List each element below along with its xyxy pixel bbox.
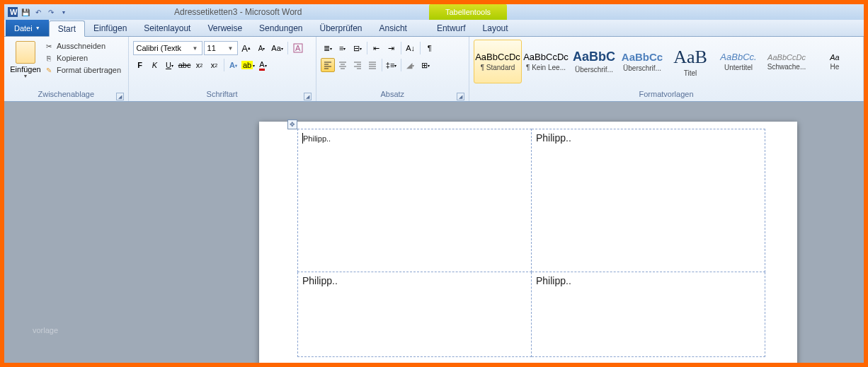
sort-button[interactable]: A↓ — [404, 41, 418, 55]
align-left-button[interactable] — [321, 58, 335, 72]
highlight-button[interactable]: ab▾ — [241, 58, 256, 72]
group-clipboard: Einfügen ▼ ✂Ausschneiden ⎘Kopieren ✎Form… — [4, 37, 129, 101]
tab-seitenlayout[interactable]: Seitenlayout — [135, 20, 199, 36]
brush-icon: ✎ — [44, 65, 54, 75]
tab-ueberpruefen[interactable]: Überprüfen — [312, 20, 371, 36]
change-case-button[interactable]: Aa▾ — [270, 41, 285, 55]
format-painter-button[interactable]: ✎Format übertragen — [44, 65, 121, 75]
title-bar: W 💾 ↶ ↷ ▼ Adressetiketten3 - Microsoft W… — [4, 4, 864, 20]
increase-indent-button[interactable]: ⇥ — [384, 41, 399, 55]
chevron-down-icon: ▼ — [35, 25, 40, 30]
qat-dropdown-icon[interactable]: ▼ — [58, 6, 69, 18]
ribbon-tabs: Datei▼ Start Einfügen Seitenlayout Verwe… — [4, 20, 864, 37]
scissors-icon: ✂ — [44, 41, 54, 51]
save-icon[interactable]: 💾 — [20, 6, 31, 18]
clear-formatting-button[interactable]: A — [291, 41, 305, 55]
watermark-text: vorlage — [33, 326, 58, 334]
line-spacing-button[interactable]: ‡≡▾ — [384, 58, 399, 72]
group-label: Zwischenablage — [38, 90, 95, 98]
undo-icon[interactable]: ↶ — [33, 6, 44, 18]
bullets-button[interactable]: ≣▾ — [321, 41, 335, 55]
svg-text:A: A — [295, 44, 301, 52]
dialog-launcher-icon[interactable]: ◢ — [304, 93, 312, 100]
font-size-combo[interactable]: 11▼ — [204, 41, 238, 55]
show-marks-button[interactable]: ¶ — [423, 41, 437, 55]
style-item[interactable]: AaBbCÜberschrif... — [570, 40, 618, 83]
group-paragraph: ≣▾ ≡▾ ⊟▾ ⇤ ⇥ A↓ ¶ ‡≡▾ — [316, 37, 469, 101]
underline-button[interactable]: U▾ — [163, 58, 177, 72]
borders-button[interactable]: ⊞▾ — [418, 58, 433, 72]
table-cell[interactable]: Philipp.. — [298, 272, 532, 357]
superscript-button[interactable]: x2 — [207, 58, 222, 72]
multilevel-button[interactable]: ⊟▾ — [350, 41, 365, 55]
group-label: Absatz — [380, 90, 404, 98]
style-item[interactable]: AaHe — [811, 40, 859, 83]
tab-layout[interactable]: Layout — [474, 20, 517, 36]
window-title: Adressetiketten3 - Microsoft Word — [174, 7, 302, 17]
app-window: W 💾 ↶ ↷ ▼ Adressetiketten3 - Microsoft W… — [4, 4, 864, 363]
table-move-handle[interactable] — [287, 120, 297, 129]
page: Philipp.. Philipp.. Philipp.. Philipp.. — [259, 122, 797, 363]
decrease-indent-button[interactable]: ⇤ — [370, 41, 384, 55]
shrink-font-button[interactable]: A▾ — [255, 41, 269, 55]
file-tab[interactable]: Datei▼ — [6, 20, 49, 36]
svg-text:W: W — [10, 8, 18, 16]
style-item[interactable]: AaBTitel — [666, 40, 714, 83]
document-area[interactable]: vorlage Philipp.. Philipp.. Philipp.. Ph… — [4, 102, 864, 363]
shading-button[interactable]: ◢▾ — [404, 58, 418, 72]
italic-button[interactable]: K — [148, 58, 162, 72]
grow-font-button[interactable]: A▴ — [239, 41, 253, 55]
strikethrough-button[interactable]: abc — [178, 58, 192, 72]
tab-einfuegen[interactable]: Einfügen — [85, 20, 135, 36]
contextual-tab-title: Tabellentools — [429, 4, 507, 20]
numbering-button[interactable]: ≡▾ — [336, 41, 350, 55]
font-color-button[interactable]: A▾ — [256, 58, 270, 72]
align-right-button[interactable] — [350, 58, 365, 72]
text-effects-button[interactable]: A▾ — [227, 58, 241, 72]
paste-icon — [16, 41, 35, 64]
table-cell[interactable]: Philipp.. — [532, 129, 765, 272]
style-item[interactable]: AaBbCcDc¶ Standard — [474, 40, 522, 83]
dialog-launcher-icon[interactable]: ◢ — [457, 93, 464, 100]
chevron-down-icon: ▼ — [227, 45, 234, 52]
chevron-down-icon: ▼ — [23, 74, 28, 78]
tab-sendungen[interactable]: Sendungen — [251, 20, 311, 36]
tab-start[interactable]: Start — [49, 21, 85, 37]
bold-button[interactable]: F — [133, 58, 147, 72]
group-label: Schriftart — [207, 90, 238, 98]
copy-icon: ⎘ — [44, 53, 54, 63]
tab-ansicht[interactable]: Ansicht — [371, 20, 416, 36]
ribbon: Einfügen ▼ ✂Ausschneiden ⎘Kopieren ✎Form… — [4, 37, 864, 102]
copy-button[interactable]: ⎘Kopieren — [44, 53, 121, 63]
style-item[interactable]: AaBbCcÜberschrif... — [618, 40, 666, 83]
chevron-down-icon: ▼ — [192, 45, 199, 52]
justify-button[interactable] — [365, 58, 379, 72]
dialog-launcher-icon[interactable]: ◢ — [116, 93, 124, 100]
tab-verweise[interactable]: Verweise — [199, 20, 251, 36]
styles-gallery: AaBbCcDc¶ StandardAaBbCcDc¶ Kein Lee...A… — [474, 38, 859, 83]
font-name-combo[interactable]: Calibri (Textk▼ — [133, 41, 202, 55]
word-icon: W — [7, 6, 18, 18]
style-item[interactable]: AaBbCcDcSchwache... — [763, 40, 811, 83]
align-center-button[interactable] — [336, 58, 350, 72]
cut-button[interactable]: ✂Ausschneiden — [44, 41, 121, 51]
redo-icon[interactable]: ↷ — [45, 6, 57, 18]
group-font: Calibri (Textk▼ 11▼ A▴ A▾ Aa▾ A F K U▾ a… — [129, 37, 316, 101]
group-label: Formatvorlagen — [639, 90, 693, 98]
quick-access-toolbar: W 💾 ↶ ↷ ▼ — [4, 6, 72, 18]
style-item[interactable]: AaBbCcDc¶ Kein Lee... — [522, 40, 570, 83]
subscript-button[interactable]: x2 — [193, 58, 207, 72]
table-cell[interactable]: Philipp.. — [532, 272, 765, 357]
style-item[interactable]: AaBbCc.Untertitel — [714, 40, 763, 83]
tab-entwurf[interactable]: Entwurf — [428, 20, 474, 36]
table-cell[interactable]: Philipp.. — [298, 129, 532, 272]
paste-button[interactable]: Einfügen ▼ — [8, 38, 42, 78]
group-styles: AaBbCcDc¶ StandardAaBbCcDc¶ Kein Lee...A… — [469, 37, 864, 101]
label-table[interactable]: Philipp.. Philipp.. Philipp.. Philipp.. — [297, 129, 765, 357]
